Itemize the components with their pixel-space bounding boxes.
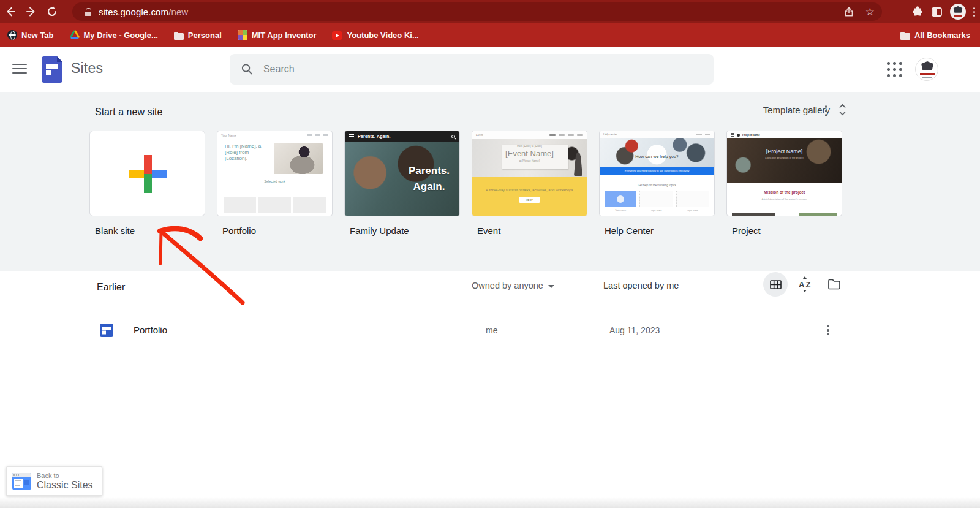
url-text: sites.google.com/new	[99, 7, 188, 17]
folder-icon	[174, 32, 184, 40]
help-center-thumbnail: Help center How can we help you? Everyth…	[599, 131, 715, 216]
bookmarks-bar: New Tab My Drive - Google... Personal MI…	[0, 23, 980, 47]
project-photo	[727, 138, 842, 183]
account-avatar[interactable]	[915, 58, 938, 81]
bookmark-personal[interactable]: Personal	[174, 31, 222, 40]
extensions-puzzle-icon[interactable]	[911, 6, 924, 18]
thumb-nav	[696, 134, 710, 135]
thumb-menu-icon	[349, 134, 354, 138]
bookmark-new-tab[interactable]: New Tab	[7, 30, 54, 40]
start-new-site-section: Start a new site Template gallery Blank …	[0, 92, 980, 271]
forward-icon[interactable]	[21, 1, 42, 22]
bookmark-star-icon[interactable]: ☆	[865, 7, 875, 17]
rsvp-button: RSVP	[519, 197, 539, 203]
back-to-classic-sites-button[interactable]: Back to Classic Sites	[6, 466, 102, 496]
portfolio-thumbnail: Your Name Hi, I'm [Name], a [Role] from …	[217, 131, 333, 216]
youtube-icon	[332, 31, 342, 40]
folder-view-button[interactable]	[822, 272, 846, 297]
card-label: Event	[477, 226, 587, 236]
family-hero-text: Parents. Again.	[409, 163, 450, 194]
card-label: Portfolio	[222, 226, 333, 236]
google-sites-new-page: sites.google.com/new ☆ New Tab My Drive …	[0, 0, 980, 508]
card-label: Project	[732, 226, 842, 236]
side-panel-icon[interactable]	[931, 6, 943, 18]
thumb-search-icon	[451, 135, 455, 138]
reload-icon[interactable]	[42, 1, 62, 22]
classic-sites-icon	[12, 473, 31, 490]
file-last-opened: Aug 11, 2023	[609, 325, 660, 335]
sites-logo-icon[interactable]	[42, 56, 62, 83]
template-card-portfolio[interactable]: Your Name Hi, I'm [Name], a [Role] from …	[217, 131, 333, 236]
card-label: Help Center	[605, 226, 715, 236]
help-center-banner: Everything you need to know to use our p…	[600, 167, 714, 175]
owned-by-filter[interactable]: Owned by anyone	[472, 281, 554, 290]
section-more-menu-icon[interactable]	[825, 105, 827, 116]
family-update-thumbnail: Parents. Again. Parents. Again.	[344, 131, 460, 216]
file-more-menu-icon[interactable]	[821, 324, 835, 337]
template-gallery-button[interactable]: Template gallery	[763, 103, 846, 116]
browser-menu-icon[interactable]	[973, 7, 975, 17]
url-bar[interactable]: sites.google.com/new ☆	[72, 2, 882, 21]
template-card-blank-site[interactable]: Blank site	[89, 131, 205, 236]
dropdown-caret-icon	[548, 285, 554, 288]
lock-icon	[85, 8, 91, 16]
unfold-more-icon	[839, 103, 846, 116]
last-opened-sort: Last opened by me	[603, 281, 679, 290]
folder-outline-icon	[827, 279, 841, 290]
app-title: Sites	[71, 60, 103, 77]
sites-file-icon	[99, 323, 114, 338]
photo-strip	[732, 213, 775, 216]
card-label: Family Update	[350, 226, 460, 236]
template-card-help-center[interactable]: Help center How can we help you? Everyth…	[599, 131, 715, 236]
template-cards-row: Blank site Your Name Hi, I'm [Name], a […	[89, 131, 842, 236]
blank-site-thumbnail	[89, 131, 205, 216]
globe-icon	[7, 30, 17, 40]
all-bookmarks-button[interactable]: All Bookmarks	[900, 31, 970, 40]
search-input[interactable]	[263, 64, 703, 75]
topic-placeholders: Topic name Topic name Topic name	[605, 191, 709, 207]
back-icon[interactable]	[0, 1, 21, 22]
sites-app-header: Sites	[0, 47, 980, 92]
help-center-photo	[600, 138, 714, 167]
thumb-logo-dot	[737, 134, 740, 137]
app-inventor-icon	[238, 30, 247, 40]
card-label: Blank site	[95, 226, 205, 236]
bottom-fade	[0, 497, 980, 508]
file-owner: me	[486, 325, 497, 335]
thumb-nav	[307, 134, 328, 137]
share-icon[interactable]	[843, 6, 854, 17]
section-title: Start a new site	[95, 107, 162, 118]
project-thumbnail: Project Name [Project Name] a one-line d…	[726, 131, 842, 216]
file-row-portfolio[interactable]: Portfolio me Aug 11, 2023	[0, 316, 980, 345]
file-name: Portfolio	[134, 325, 167, 335]
earlier-heading: Earlier	[97, 282, 125, 293]
template-card-family-update[interactable]: Parents. Again. Parents. Again. Family U…	[344, 131, 460, 236]
photo-strip	[799, 213, 837, 216]
grid-view-button[interactable]	[763, 272, 788, 297]
bookmark-my-drive[interactable]: My Drive - Google...	[70, 30, 158, 40]
drive-icon	[70, 30, 80, 40]
template-card-event[interactable]: Event from [Date] to [Date] [Event Name]…	[472, 131, 587, 236]
thumb-menu-icon	[731, 133, 734, 137]
event-photo: from [Date] to [Date] [Event Name] at [V…	[472, 139, 587, 177]
event-thumbnail: Event from [Date] to [Date] [Event Name]…	[472, 131, 587, 216]
thumb-nav	[549, 134, 583, 136]
browser-toolbar: sites.google.com/new ☆	[0, 0, 980, 23]
template-card-project[interactable]: Project Name [Project Name] a one-line d…	[726, 131, 842, 236]
main-menu-icon[interactable]	[12, 63, 27, 75]
folder-icon	[900, 32, 910, 40]
bookmark-youtube[interactable]: Youtube Video Ki...	[332, 31, 418, 40]
google-apps-grid-icon[interactable]	[887, 62, 903, 78]
browser-profile-avatar[interactable]	[950, 4, 966, 20]
search-icon	[241, 63, 254, 76]
portfolio-photo	[274, 143, 323, 174]
divider	[807, 103, 807, 120]
grid-view-icon	[770, 280, 782, 289]
search-bar[interactable]	[230, 54, 714, 85]
divider	[889, 29, 889, 41]
sort-az-button[interactable]: A Z	[793, 272, 817, 297]
work-placeholders	[224, 197, 326, 213]
google-plus-icon	[129, 155, 167, 193]
file-list-header: Earlier Owned by anyone Last opened by m…	[0, 271, 980, 308]
bookmark-mit-app-inventor[interactable]: MIT App Inventor	[238, 30, 317, 40]
